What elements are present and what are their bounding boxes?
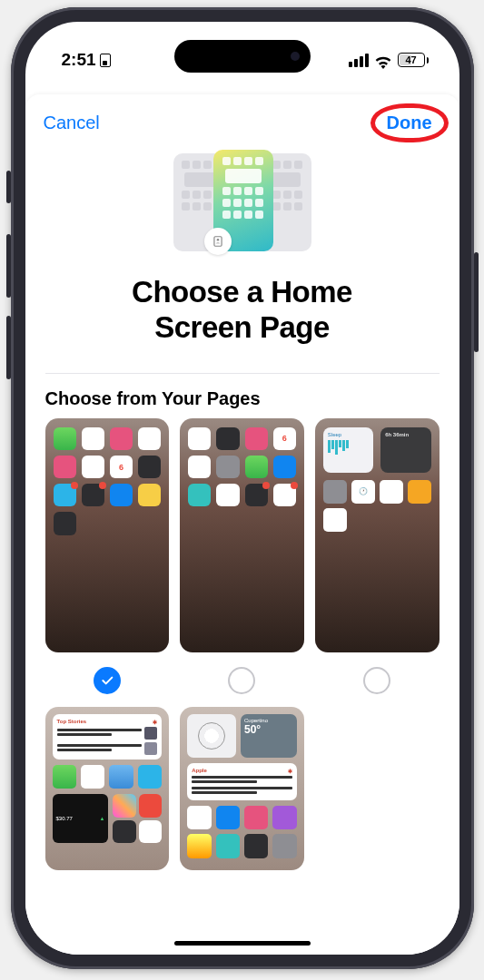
done-button[interactable]: Done bbox=[387, 113, 432, 132]
sleep-widget: Sleep bbox=[323, 427, 373, 473]
battery-percentage: 47 bbox=[405, 54, 416, 65]
screen: 2:51 47 Cancel Do bbox=[25, 22, 459, 955]
page-thumbnail-empty bbox=[315, 707, 440, 870]
focus-indicator-icon bbox=[100, 54, 111, 67]
page-thumbnail-4[interactable]: Top Stories✱ $30.77▲ bbox=[45, 707, 170, 870]
dynamic-island bbox=[174, 40, 311, 73]
nav-bar: Cancel Done bbox=[25, 94, 459, 144]
status-time: 2:51 bbox=[62, 50, 96, 70]
volume-down-button bbox=[6, 316, 11, 379]
page-thumbnail-5[interactable]: Cupertino50° Apple✱ bbox=[180, 707, 304, 870]
pages-grid-row2: Top Stories✱ $30.77▲ bbox=[25, 707, 459, 870]
page-thumbnail-3[interactable]: Sleep 6h 36min 🕐 bbox=[315, 418, 440, 652]
page-radio-1[interactable] bbox=[94, 667, 121, 694]
section-heading: Choose from Your Pages bbox=[25, 374, 459, 418]
iphone-frame: 2:51 47 Cancel Do bbox=[11, 7, 474, 969]
page-radio-2[interactable] bbox=[228, 667, 255, 694]
hero-section: Choose a Home Screen Page bbox=[25, 144, 459, 357]
cancel-button[interactable]: Cancel bbox=[44, 113, 100, 133]
svg-rect-0 bbox=[213, 237, 221, 247]
volume-up-button bbox=[6, 234, 11, 298]
page-thumbnail-2[interactable]: 6 bbox=[180, 418, 304, 652]
hero-illustration bbox=[170, 150, 315, 259]
page-title: Choose a Home Screen Page bbox=[53, 275, 432, 346]
modal-sheet: Cancel Done bbox=[25, 94, 459, 955]
page-radio-3[interactable] bbox=[363, 667, 390, 694]
page-selectors bbox=[25, 660, 459, 707]
page-thumbnail-1[interactable]: 6 bbox=[45, 418, 170, 652]
mute-switch bbox=[6, 171, 11, 203]
cellular-signal-icon bbox=[349, 54, 369, 67]
battery-indicator: 47 bbox=[398, 53, 429, 67]
svg-point-1 bbox=[216, 239, 219, 241]
home-indicator[interactable] bbox=[174, 941, 311, 946]
pages-grid-row1: 6 6 bbox=[25, 418, 459, 660]
power-button bbox=[474, 252, 479, 352]
wifi-icon bbox=[374, 54, 392, 67]
fitness-widget: 6h 36min bbox=[380, 427, 430, 473]
contact-badge-icon bbox=[204, 228, 232, 255]
